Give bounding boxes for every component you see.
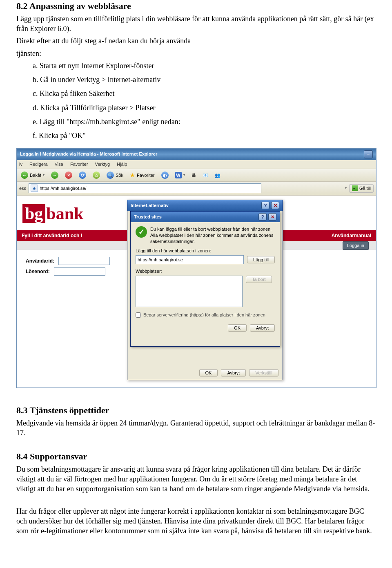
search-icon: 🔍: [107, 172, 114, 179]
search-label: Sök: [116, 172, 123, 178]
mail-icon: 📧: [203, 172, 208, 178]
menu-verktyg[interactable]: Verktyg: [95, 162, 110, 167]
dialog2-cancel-button[interactable]: Avbryt: [250, 324, 275, 332]
menu-redigera[interactable]: Redigera: [29, 162, 48, 167]
favorites-button[interactable]: ★ Favoriter: [128, 171, 156, 180]
login-button[interactable]: Logga in: [343, 241, 369, 250]
heading-8-3: 8.3 Tjänstens öppettider: [16, 404, 376, 417]
step-a: Starta ett nytt Internet Explorer-fönste…: [40, 62, 154, 70]
menu-favoriter[interactable]: Favoriter: [70, 162, 88, 167]
forward-icon: →: [51, 172, 58, 179]
address-input[interactable]: e https://mh.bankgirot.se/: [29, 183, 261, 193]
ie-page-content: bgbank Fyll i ditt användarid och l Anvä…: [17, 195, 376, 388]
step-e: Lägg till "https://mh.bankgirot.se" enli…: [40, 118, 180, 126]
home-icon: ⌂: [93, 172, 100, 179]
redbar-right-link[interactable]: Användarmanual: [332, 232, 371, 239]
password-label: Lösenord:: [26, 268, 50, 275]
para-8-2-2: Direkt efter att du följt steg a-f nedan…: [16, 36, 376, 46]
logo-bg: bg: [22, 204, 45, 223]
back-label: Bakåt: [30, 172, 41, 178]
ie-menubar: iv Redigera Visa Favoriter Verktyg Hjälp: [17, 160, 376, 169]
step-b: Gå in under Verktyg > Internet-alternati…: [40, 76, 160, 84]
ie-toolbar: ← Bakåt ▾ → × ⟳ ⌂ 🔍 Sök: [17, 169, 376, 182]
chevron-down-icon: ▾: [43, 173, 45, 178]
bankgirot-logo: bgbank: [22, 202, 83, 225]
stop-icon: ×: [65, 172, 72, 179]
redbar-left-text: Fyll i ditt användarid och l: [22, 232, 82, 239]
login-fields: Användarid: Lösenord:: [26, 257, 110, 278]
ie-page-icon: e: [31, 185, 38, 192]
para-8-2-3: tjänsten:: [16, 49, 376, 58]
menu-hjalp[interactable]: Hjälp: [117, 162, 127, 167]
media-icon: ◐: [161, 172, 169, 179]
dialog1-help-button[interactable]: ?: [261, 202, 270, 209]
dialog2-help-button[interactable]: ?: [258, 213, 267, 221]
para-8-3: Medgivande via hemsida är öppen 24 timma…: [16, 418, 376, 438]
heading-8-2: 8.2 Anpassning av webbläsare: [16, 0, 376, 12]
add-site-input[interactable]: [136, 255, 244, 264]
go-button[interactable]: → Gå till: [349, 184, 374, 193]
step-c: Klicka på fliken Säkerhet: [40, 89, 114, 98]
address-label: ess: [19, 185, 26, 192]
minimize-button[interactable]: –: [364, 150, 373, 158]
userid-label: Användarid:: [26, 258, 54, 264]
step-f: Klicka på "OK": [39, 131, 86, 140]
print-button[interactable]: 🖶: [190, 172, 198, 179]
trusted-sites-description: Du kan lägga till eller ta bort webbplat…: [150, 226, 275, 245]
logo-bank: bank: [46, 204, 83, 223]
sites-listbox[interactable]: [136, 276, 243, 307]
favorites-label: Favoriter: [137, 172, 154, 178]
dialog1-ok-button[interactable]: OK: [199, 369, 218, 376]
back-icon: ←: [21, 172, 28, 179]
ie-window-title: Logga in i Medgivande via Hemsida - Micr…: [20, 151, 157, 157]
require-https-checkbox[interactable]: [136, 312, 141, 318]
userid-input[interactable]: [58, 257, 110, 265]
menu-iv[interactable]: iv: [19, 162, 22, 167]
go-label: Gå till: [359, 185, 371, 192]
refresh-icon: ⟳: [79, 172, 86, 179]
menu-visa[interactable]: Visa: [55, 162, 63, 167]
mail-button[interactable]: 📧: [201, 172, 210, 179]
para-8-4-1: Du som betalningsmottagare är ansvarig a…: [16, 464, 376, 494]
address-dropdown-icon[interactable]: ▾: [345, 186, 347, 191]
password-input[interactable]: [54, 267, 105, 276]
sites-list-label: Webbplatser:: [136, 268, 275, 274]
dialog1-close-button[interactable]: ✕: [271, 202, 279, 209]
word-button[interactable]: W▾: [174, 171, 187, 179]
forward-button[interactable]: →: [49, 171, 60, 180]
star-icon: ★: [130, 172, 135, 179]
step-d: Klicka på Tillförlitliga platser > Plats…: [40, 104, 156, 112]
trusted-sites-dialog: Trusted sites ? ✕ ✓ Du kan lägga till el…: [130, 211, 280, 347]
dialog1-apply-button[interactable]: Verkställ: [249, 369, 278, 376]
go-icon: →: [352, 185, 358, 191]
ie-titlebar: Logga in i Medgivande via Hemsida - Micr…: [17, 149, 376, 160]
dialog1-title: Internet-alternativ: [131, 203, 169, 209]
para-8-2-1: Lägg upp tjänsten som en tillförlitlig p…: [16, 14, 376, 34]
dialog2-close-button[interactable]: ✕: [268, 213, 276, 221]
dialog1-cancel-button[interactable]: Avbryt: [221, 369, 246, 376]
para-8-4-2: Har du frågor eller upplever att något i…: [16, 506, 376, 536]
ie-window: Logga in i Medgivande via Hemsida - Micr…: [16, 148, 376, 388]
heading-8-4: 8.4 Supportansvar: [16, 450, 376, 463]
url-text: https://mh.bankgirot.se/: [40, 185, 86, 192]
stop-button[interactable]: ×: [63, 171, 74, 180]
ie-addressbar: ess e https://mh.bankgirot.se/ ▾ → Gå ti…: [17, 182, 376, 195]
remove-site-button[interactable]: Ta bort: [246, 276, 272, 283]
check-icon: ✓: [136, 226, 147, 238]
refresh-button[interactable]: ⟳: [77, 171, 88, 180]
print-icon: 🖶: [192, 172, 196, 178]
dialog2-title: Trusted sites: [134, 214, 162, 220]
messenger-button[interactable]: 👥: [213, 172, 222, 179]
add-site-label: Lägg till den här webbplatsen i zonen:: [136, 248, 275, 254]
home-button[interactable]: ⌂: [91, 171, 102, 180]
msn-icon: 👥: [215, 172, 220, 178]
require-https-label: Begär serververifiering (https:) för all…: [143, 312, 265, 318]
media-button[interactable]: ◐: [160, 171, 170, 180]
search-button[interactable]: 🔍 Sök: [105, 171, 125, 180]
dialog2-ok-button[interactable]: OK: [228, 324, 247, 332]
back-button[interactable]: ← Bakåt ▾: [19, 171, 46, 180]
add-site-button[interactable]: Lägg till: [247, 256, 275, 263]
